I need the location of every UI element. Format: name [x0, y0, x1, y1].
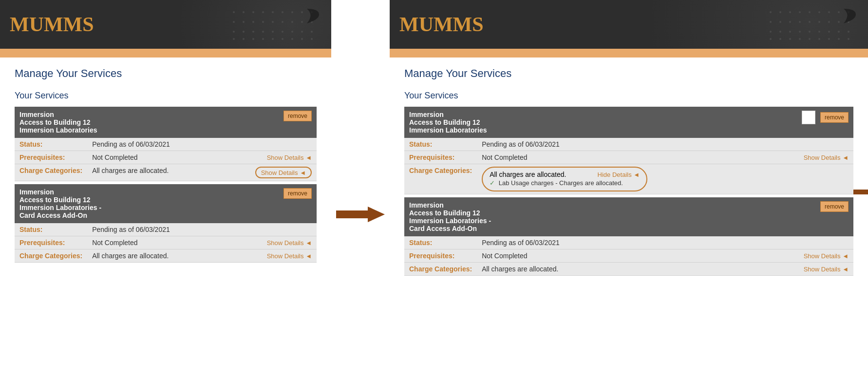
right-prereq-show-details-1[interactable]: Show Details — [804, 154, 849, 161]
svg-point-34 — [301, 38, 303, 40]
left-prereq-row-1: Prerequisites: Not Completed Show Detail… — [15, 151, 317, 164]
svg-point-32 — [282, 38, 283, 40]
left-prereq-value-1: Not Completed — [87, 151, 218, 164]
svg-point-30 — [262, 38, 264, 40]
svg-point-4 — [272, 11, 274, 13]
svg-point-15 — [291, 21, 293, 23]
svg-point-41 — [809, 11, 811, 13]
svg-point-62 — [838, 31, 840, 33]
right-panel: MUMMS Manage Your Services Your Services… — [390, 0, 868, 382]
left-section-title: Your Services — [15, 91, 317, 101]
svg-point-6 — [291, 11, 293, 13]
left-charge-row-1: Charge Categories: All charges are alloc… — [15, 164, 317, 181]
left-status-value-2: Pending as of 06/03/2021 — [87, 223, 228, 236]
svg-point-9 — [233, 21, 235, 23]
right-charge-row-1: Charge Categories: All charges are alloc… — [404, 164, 853, 194]
right-charge-value-2: All charges are allocated. — [477, 263, 708, 276]
svg-point-13 — [272, 21, 274, 23]
left-prereq-show-details-2[interactable]: Show Details — [267, 239, 312, 247]
left-prereq-label-2: Prerequisites: — [15, 236, 87, 249]
left-panel: MUMMS Manage Your Services Your Services… — [0, 0, 331, 382]
right-prereq-show-details-2[interactable]: Show Details — [804, 252, 849, 260]
right-service-table-2: Immersion Access to Building 12 Immersio… — [404, 197, 853, 276]
right-charge-label-1: Charge Categories: — [404, 164, 477, 194]
left-remove-btn-2[interactable]: remove — [283, 188, 312, 199]
left-to-right-arrow — [336, 205, 385, 224]
svg-point-35 — [311, 38, 313, 40]
svg-point-46 — [770, 21, 772, 23]
left-charge-show-details-1[interactable]: Show Details — [261, 169, 306, 176]
svg-point-52 — [828, 21, 830, 23]
left-status-value-1: Pending as of 06/03/2021 — [87, 138, 218, 151]
svg-point-50 — [809, 21, 811, 23]
svg-point-68 — [809, 38, 811, 40]
right-remove-btn-2[interactable]: remove — [820, 201, 849, 212]
right-orange-bar — [390, 49, 868, 57]
svg-point-16 — [301, 21, 303, 23]
left-logo: MUMMS — [10, 13, 94, 36]
svg-point-59 — [809, 31, 811, 33]
svg-point-39 — [789, 11, 791, 13]
svg-point-11 — [252, 21, 254, 23]
left-service-name-1: Access to Building 12 Immersion Laborato… — [19, 118, 97, 134]
svg-point-7 — [301, 11, 303, 13]
svg-point-29 — [252, 38, 254, 40]
svg-point-37 — [770, 11, 772, 13]
left-status-row-1: Status: Pending as of 06/03/2021 — [15, 138, 317, 151]
left-remove-btn-1[interactable]: remove — [283, 111, 312, 121]
left-prereq-label-1: Prerequisites: — [15, 151, 87, 164]
left-charge-oval-1: Show Details — [255, 167, 312, 178]
right-charge-detail-item-1: ✓ Lab Usage charges - Charges are alloca… — [490, 178, 640, 188]
right-charge-label-2: Charge Categories: — [404, 263, 477, 276]
left-prereq-show-details-1[interactable]: Show Details — [267, 154, 312, 161]
left-prereq-value-2: Not Completed — [87, 236, 228, 249]
svg-point-49 — [799, 21, 801, 23]
right-service-name-2: Access to Building 12 Immersion Laborato… — [409, 209, 491, 232]
right-prereq-row-2: Prerequisites: Not Completed Show Detail… — [404, 249, 853, 263]
right-hide-details-1[interactable]: Hide Details — [598, 171, 640, 178]
svg-marker-73 — [853, 186, 868, 198]
right-status-value-2: Pending as of 06/03/2021 — [477, 236, 708, 249]
left-service-info-2: Immersion Access to Building 12 Immersio… — [19, 188, 101, 219]
right-service-header-1: Immersion Access to Building 12 Immersio… — [404, 107, 853, 138]
right-service-info-2: Immersion Access to Building 12 Immersio… — [409, 201, 491, 232]
svg-point-23 — [282, 31, 283, 33]
svg-point-5 — [282, 11, 283, 13]
left-service-header-2: Immersion Access to Building 12 Immersio… — [15, 184, 317, 223]
svg-point-12 — [262, 21, 264, 23]
right-charge-value-1: All charges are allocated. — [490, 171, 566, 178]
svg-point-69 — [818, 38, 820, 40]
svg-point-3 — [262, 11, 264, 13]
left-service-header-1: Immersion Access to Building 12 Immersio… — [15, 107, 317, 138]
right-logo: MUMMS — [399, 13, 484, 36]
svg-point-53 — [838, 21, 840, 23]
svg-point-72 — [848, 38, 849, 40]
right-service-category-2: Immersion — [409, 201, 491, 209]
right-remove-btn-1[interactable]: remove — [820, 112, 849, 123]
right-prereq-row-1: Prerequisites: Not Completed Show Detail… — [404, 151, 853, 164]
right-service-category-1: Immersion — [409, 111, 487, 118]
svg-point-67 — [799, 38, 801, 40]
left-prereq-row-2: Prerequisites: Not Completed Show Detail… — [15, 236, 317, 249]
svg-point-66 — [789, 38, 791, 40]
left-charge-value-2: All charges are allocated. — [87, 249, 228, 263]
left-charge-label-1: Charge Categories: — [15, 164, 87, 181]
right-charge-show-details-2[interactable]: Show Details — [804, 266, 849, 273]
svg-point-1 — [243, 11, 245, 13]
left-charge-show-details-2[interactable]: Show Details — [267, 252, 312, 260]
left-status-label-1: Status: — [15, 138, 87, 151]
right-charge-row-2: Charge Categories: All charges are alloc… — [404, 263, 853, 276]
svg-point-28 — [243, 38, 245, 40]
svg-point-55 — [770, 31, 772, 33]
right-status-row-1: Status: Pending as of 06/03/2021 — [404, 138, 853, 151]
left-service-category-2: Immersion — [19, 188, 101, 196]
right-prereq-label-1: Prerequisites: — [404, 151, 477, 164]
svg-point-48 — [789, 21, 791, 23]
right-status-label-2: Status: — [404, 236, 477, 249]
left-charge-label-2: Charge Categories: — [15, 249, 87, 263]
svg-point-43 — [828, 11, 830, 13]
svg-point-70 — [828, 38, 830, 40]
right-prereq-value-1: Not Completed — [477, 151, 764, 164]
left-orange-bar — [0, 49, 331, 57]
svg-point-71 — [838, 38, 840, 40]
